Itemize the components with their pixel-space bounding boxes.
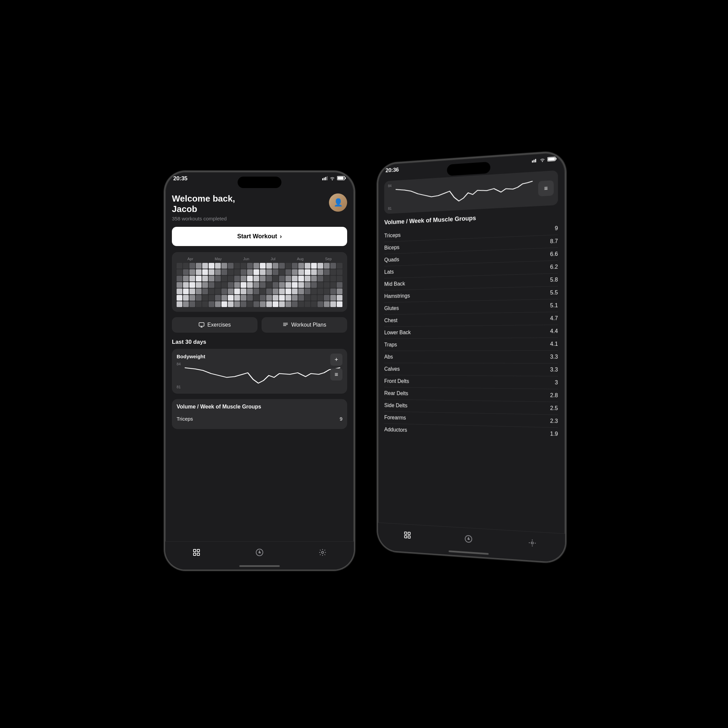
- activity-cell: [177, 276, 182, 281]
- activity-cell: [177, 263, 182, 269]
- activity-cell: [202, 289, 208, 294]
- activity-cell: [286, 263, 291, 269]
- battery-icon: [337, 176, 346, 180]
- muscle-value-chest: 4.7: [550, 315, 558, 321]
- muscle-value-lower-back: 4.4: [550, 328, 558, 334]
- left-screen-content: Welcome back, Jacob 358 workouts complet…: [165, 190, 354, 541]
- user-avatar[interactable]: 👤: [329, 193, 347, 212]
- activity-cell: [286, 269, 291, 275]
- tab-settings[interactable]: [318, 548, 327, 557]
- muscle-value-quads: 6.6: [550, 251, 558, 257]
- muscle-name-hamstrings: Hamstrings: [384, 293, 410, 299]
- tab-home-right[interactable]: [404, 531, 411, 539]
- muscle-name-quads: Quads: [384, 257, 399, 263]
- activity-cell: [337, 269, 343, 275]
- muscle-name-triceps: Triceps: [177, 416, 193, 422]
- activity-cell: [273, 282, 278, 288]
- activity-cell: [324, 282, 330, 288]
- activity-cell: [177, 301, 182, 307]
- activity-cell: [305, 263, 310, 269]
- activity-cell: [260, 276, 266, 281]
- activity-cell: [318, 263, 323, 269]
- muscle-name-biceps: Biceps: [384, 244, 399, 251]
- activity-cell: [260, 282, 266, 288]
- mini-list-button[interactable]: ≡: [538, 180, 554, 196]
- volume-list-row: Lower Back 4.4: [384, 325, 558, 339]
- wifi-icon-right: [540, 158, 545, 162]
- activity-cell: [260, 269, 266, 275]
- activity-cell: [273, 263, 278, 269]
- workout-plans-button[interactable]: Workout Plans: [262, 317, 347, 333]
- welcome-section: Welcome back, Jacob 358 workouts complet…: [172, 190, 347, 227]
- activity-cell: [260, 289, 266, 294]
- tab-activity[interactable]: [255, 548, 263, 557]
- activity-cell: [241, 289, 246, 294]
- activity-cell: [279, 289, 285, 294]
- svg-rect-10: [193, 549, 196, 552]
- activity-cell: [318, 301, 323, 307]
- activity-cell: [209, 276, 214, 281]
- activity-cell: [298, 276, 304, 281]
- muscle-value-abs: 3.3: [550, 354, 558, 360]
- activity-cell: [215, 269, 221, 275]
- muscle-name-calves: Calves: [384, 366, 400, 372]
- activity-cell: [241, 282, 246, 288]
- mini-chart-max: 84: [388, 184, 391, 188]
- activity-cell: [292, 276, 298, 281]
- activity-cell: [196, 269, 202, 275]
- volume-list-row: Traps 4.1: [384, 338, 558, 351]
- activity-icon: [255, 548, 263, 557]
- activity-cell: [298, 282, 304, 288]
- activity-cell: [279, 282, 285, 288]
- bodyweight-card: Bodyweight 84 81 + ≡: [172, 349, 347, 394]
- activity-cell: [183, 282, 189, 288]
- muscle-value-hamstrings: 5.5: [550, 289, 558, 296]
- activity-cell: [305, 282, 310, 288]
- activity-cell: [247, 269, 253, 275]
- activity-cell: [266, 295, 272, 301]
- activity-cell: [266, 289, 272, 294]
- exercises-button[interactable]: Exercises: [172, 317, 257, 333]
- activity-cell: [209, 282, 214, 288]
- dynamic-island-left: [238, 177, 281, 188]
- status-icons-right: [532, 156, 557, 162]
- activity-cell: [330, 301, 336, 307]
- tab-settings-right[interactable]: [528, 538, 537, 547]
- mini-chart-min: 81: [388, 206, 391, 210]
- muscle-name-lats: Lats: [384, 269, 394, 275]
- grid-icon-right: [404, 531, 411, 539]
- activity-cell: [337, 295, 343, 301]
- activity-cell: [330, 289, 336, 294]
- activity-cell: [292, 282, 298, 288]
- activity-cell: [202, 295, 208, 301]
- volume-list-row: Calves 3.3: [384, 363, 558, 376]
- activity-cell: [330, 295, 336, 301]
- activity-cell: [247, 295, 253, 301]
- bodyweight-chart: 84 81: [177, 362, 343, 389]
- activity-cell: [234, 289, 240, 294]
- activity-grid-container: Apr May Jun Jul Aug Sep: [172, 252, 347, 312]
- month-aug: Aug: [297, 257, 304, 261]
- activity-cell: [254, 282, 259, 288]
- list-button[interactable]: ≡: [330, 369, 343, 381]
- activity-cell: [311, 282, 317, 288]
- add-button[interactable]: +: [330, 353, 343, 366]
- tab-home[interactable]: [193, 548, 200, 557]
- activity-cell: [298, 301, 304, 307]
- svg-rect-13: [197, 553, 200, 555]
- activity-cell: [228, 282, 234, 288]
- chart-min-label: 81: [177, 385, 180, 389]
- activity-cell: [241, 301, 246, 307]
- muscle-name-mid-back: Mid Back: [384, 281, 405, 287]
- activity-cell: [222, 276, 227, 281]
- activity-cell: [222, 301, 227, 307]
- activity-cell: [273, 295, 278, 301]
- muscle-name-traps: Traps: [384, 342, 397, 348]
- activity-cell: [183, 263, 189, 269]
- tab-activity-right[interactable]: [465, 535, 473, 543]
- workouts-completed: 358 workouts completed: [172, 216, 235, 222]
- start-workout-button[interactable]: Start Workout ›: [172, 227, 347, 246]
- activity-cell: [215, 263, 221, 269]
- month-jul: Jul: [271, 257, 275, 261]
- activity-cell: [196, 289, 202, 294]
